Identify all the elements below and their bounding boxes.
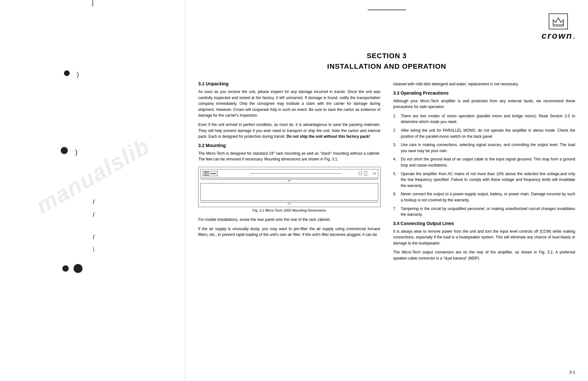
crown-logo: crown.: [542, 13, 575, 41]
dim-label-top: 19": [200, 180, 378, 182]
section-32-heading: 3.2 Mounting: [198, 143, 380, 148]
figure-31: 🔲 crown: [198, 167, 380, 212]
page-number: 3-1: [569, 370, 575, 375]
section-33: 3.3 Operating Precautions Although your …: [393, 90, 576, 218]
section-33-heading: 3.3 Operating Precautions: [393, 90, 576, 96]
decoration-i-3: I: [93, 233, 95, 241]
section-31-heading: 3.1 Unpacking: [198, 81, 380, 86]
list-item-5: 5. Operate the amplifier from AC mains o…: [393, 171, 576, 189]
svg-rect-1: [553, 25, 563, 26]
left-column: 3.1 Unpacking As soon as you receive the…: [198, 81, 380, 265]
section-heading: INSTALLATION AND OPERATION: [327, 62, 446, 70]
decoration-i-1: I: [93, 198, 95, 206]
section-34-heading: 3.4 Connecting Output Lines: [393, 221, 576, 226]
decoration-dot-4: [74, 264, 82, 273]
decoration-paren-2: ): [75, 148, 77, 156]
section-31-para2: Even if the unit arrived in perfect cond…: [198, 122, 380, 140]
section-33-intro: Although your Micro-Tech amplifier is we…: [393, 98, 576, 110]
list-item-7: 7. Tampering in the circuit by unqualifi…: [393, 206, 576, 218]
decoration-i-4: \: [93, 246, 95, 253]
dim-label-bottom: 17": [200, 203, 378, 205]
header: crown.: [198, 13, 575, 41]
section-34: 3.4 Connecting Output Lines It is always…: [393, 221, 576, 261]
list-item-6: 6. Never connect the output to a power-s…: [393, 191, 576, 203]
decoration-paren-1: ): [77, 71, 79, 78]
crown-logo-box: [549, 13, 568, 29]
section-32-para1: The Micro-Tech is designed for standard …: [198, 151, 380, 162]
diagram-bottom-box: [200, 183, 378, 201]
diagram-top-row: 🔲 crown: [200, 169, 378, 178]
section-34-para2: The Micro-Tech output connectors are on …: [393, 249, 576, 261]
top-divider: [368, 10, 406, 10]
decoration-dot-2: [61, 147, 68, 154]
section-title: SECTION 3 INSTALLATION AND OPERATION: [198, 51, 575, 72]
svg-marker-0: [553, 18, 563, 25]
decoration-i-2: I: [93, 211, 95, 218]
list-item-3: 3. Use care in making connections, selec…: [393, 142, 576, 154]
figure-size-note: 3.5: [373, 172, 376, 175]
diagram-body: [220, 173, 372, 174]
section-34-para1: It is always wise to remove power from t…: [393, 229, 576, 246]
section-32-para2: For mobile installations, screw the rear…: [198, 217, 380, 223]
section-33-list: 1. There are two modes of mono operation…: [393, 113, 576, 218]
section-31: 3.1 Unpacking As soon as you receive the…: [198, 81, 380, 140]
content-columns: 3.1 Unpacking As soon as you receive the…: [198, 81, 575, 265]
section-31-para1: As soon as you receive the unit, please …: [198, 89, 380, 119]
list-item-1: 1. There are two modes of mono operation…: [393, 113, 576, 125]
diagram-connector-box: [365, 171, 367, 176]
crown-brand-text: crown.: [542, 31, 575, 41]
figure-diagram: 🔲 crown: [198, 167, 380, 207]
diagram-dim-line-top: [200, 179, 378, 179]
section-number: SECTION 3: [367, 52, 407, 60]
list-item-2: 2. After wiring the unit for PARALLEL MO…: [393, 128, 576, 139]
diagram-dim-line-bottom: [200, 202, 378, 202]
page: manualslib ) ) I I I \: [0, 0, 588, 381]
decoration-dot-1: [64, 70, 70, 76]
diagram-small-box: [359, 171, 362, 176]
decoration-dot-3: [62, 265, 69, 272]
list-item-4: 4. Do not short the ground lead of an ou…: [393, 156, 576, 168]
section-32: 3.2 Mounting The Micro-Tech is designed …: [198, 143, 380, 238]
crown-icon: [552, 16, 565, 27]
diagram-crown-label: 🔲 crown: [203, 171, 217, 176]
section-33-cleaned: cleaned with mild dish detergent and wat…: [393, 81, 576, 87]
left-panel: manualslib ) ) I I I \: [0, 0, 185, 381]
right-panel: crown. SECTION 3 INSTALLATION AND OPERAT…: [185, 0, 588, 381]
figure-caption: Fig. 3.1 Micro-Tech 1000 Mounting Dimens…: [198, 208, 380, 212]
section-32-para3: If the air supply is unusually dusty, yo…: [198, 226, 380, 238]
right-column: cleaned with mild dish detergent and wat…: [393, 81, 576, 265]
left-decorations: ) ) I I I \: [0, 0, 185, 381]
